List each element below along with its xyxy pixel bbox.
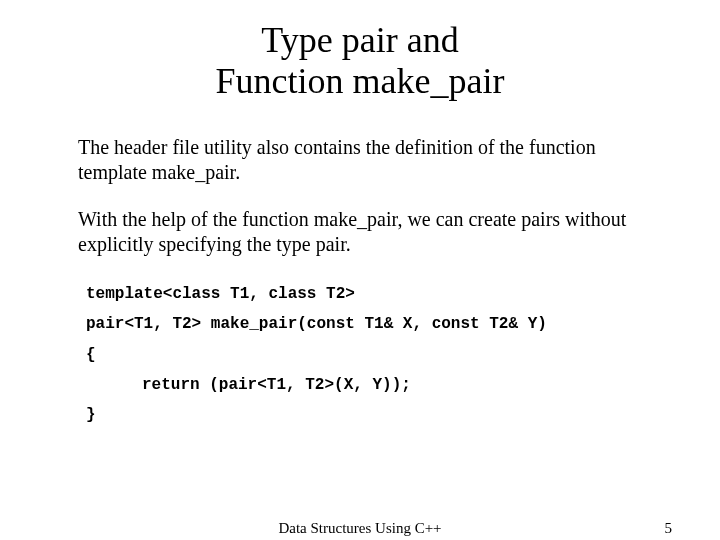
code-line-1: template<class T1, class T2> <box>86 279 642 309</box>
code-block: template<class T1, class T2> pair<T1, T2… <box>78 279 642 431</box>
paragraph-1: The header file utility also contains th… <box>78 135 642 185</box>
title-line-1: Type pair and <box>0 20 720 61</box>
slide-content: The header file utility also contains th… <box>0 135 720 431</box>
code-line-5: } <box>86 400 642 430</box>
code-line-4: return (pair<T1, T2>(X, Y)); <box>86 370 642 400</box>
paragraph-2: With the help of the function make_pair,… <box>78 207 642 257</box>
code-line-2: pair<T1, T2> make_pair(const T1& X, cons… <box>86 309 642 339</box>
page-number: 5 <box>665 520 673 537</box>
footer-text: Data Structures Using C++ <box>278 520 441 537</box>
slide-title: Type pair and Function make_pair <box>0 20 720 103</box>
code-line-3: { <box>86 340 642 370</box>
title-line-2: Function make_pair <box>0 61 720 102</box>
